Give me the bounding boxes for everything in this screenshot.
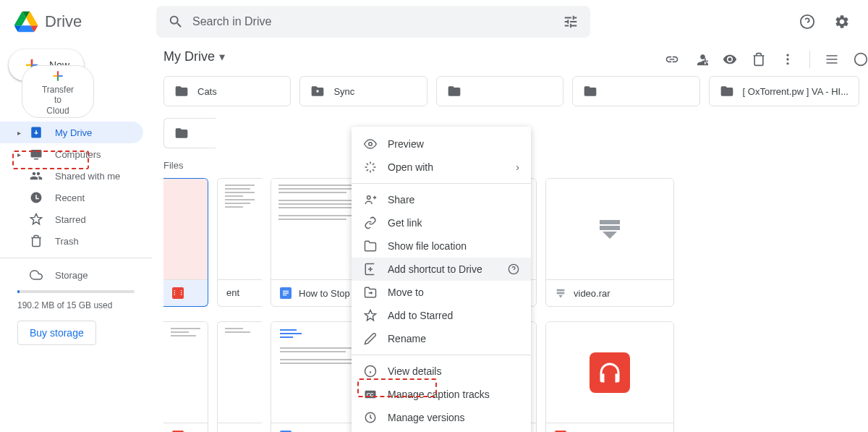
cloud-icon [29,268,43,281]
preview-icon[interactable] [717,46,743,72]
storage-label: Storage [55,270,88,281]
shared-icon [29,169,43,182]
drive-logo[interactable] [12,7,41,36]
sidebar-item-my-drive[interactable]: ▸ My Drive [0,122,143,143]
menu-manage-captions[interactable]: CCManage caption tracks [352,383,531,406]
sidebar-item-recent[interactable]: ▸ Recent [0,187,143,208]
breadcrumb-title[interactable]: My Drive [163,49,215,64]
app-name: Drive [45,12,82,31]
svg-rect-10 [557,292,565,295]
shortcut-icon [363,263,378,276]
menu-open-with[interactable]: Open with› [352,156,531,179]
menu-move-to[interactable]: Move to [352,281,531,304]
svg-point-4 [855,54,867,66]
sidebar-item-label: Computers [55,149,101,160]
folder-card[interactable]: Sync [299,76,427,106]
search-bar[interactable]: Search in Drive [156,6,590,38]
share-icon [363,193,378,206]
eye-icon [363,137,378,151]
folder-icon [174,126,189,140]
sidebar-item-label: Starred [55,214,86,225]
open-with-icon [363,161,378,174]
menu-show-location[interactable]: Show file location [352,234,531,258]
file-card[interactable]: video.rar [545,178,674,307]
list-view-icon[interactable] [819,46,845,72]
context-menu: Preview Open with› Share Get link Show f… [352,127,531,432]
search-placeholder: Search in Drive [192,15,563,28]
menu-preview[interactable]: Preview [352,132,531,156]
svg-point-17 [367,196,371,200]
file-card[interactable]: PDF [163,321,208,432]
sidebar-item-label: Shared with me [55,171,120,182]
settings-icon[interactable] [827,7,856,36]
rar-preview-icon [600,220,620,239]
expand-icon[interactable]: ▸ [17,151,26,158]
folder-card[interactable] [436,76,563,106]
history-icon [363,411,378,424]
share-icon[interactable] [688,46,714,72]
tune-icon[interactable] [563,14,579,30]
file-name: video.rar [574,288,610,299]
file-card[interactable]: ent [217,178,262,307]
file-card[interactable] [163,178,208,307]
menu-rename[interactable]: Rename [352,327,531,350]
shared-folder-icon [310,84,325,98]
menu-add-shortcut[interactable]: Add shortcut to Drive [352,258,531,281]
svg-point-2 [786,58,788,60]
starred-icon [29,213,43,226]
menu-get-link[interactable]: Get link [352,211,531,234]
computers-icon [29,148,43,161]
menu-view-details[interactable]: View details [352,360,531,383]
svg-point-16 [369,143,373,146]
menu-make-copy[interactable]: Make a copy [352,429,531,432]
trash-icon [29,234,43,247]
recent-icon [29,191,43,204]
folder-icon [363,240,378,253]
folder-card[interactable] [163,118,216,148]
svg-point-3 [786,62,788,64]
remove-icon[interactable] [746,46,772,72]
expand-icon[interactable]: ▸ [17,129,26,137]
rename-icon [363,332,378,345]
help-icon[interactable] [508,263,519,275]
svg-point-5 [317,90,319,92]
folder-name: Cats [197,86,217,97]
sidebar-item-storage[interactable]: ▸ Storage [0,264,143,286]
folder-card[interactable]: [ OxTorrent.pw ] VA - HI... [709,76,859,106]
buy-storage-button[interactable]: Buy storage [17,321,96,345]
svg-point-1 [786,54,788,56]
drive-icon [29,126,43,139]
audio-preview-icon [590,352,630,393]
info-icon[interactable] [848,46,868,72]
folder-icon [174,84,189,98]
storage-used-text: 190.2 MB of 15 GB used [0,297,152,313]
menu-add-starred[interactable]: Add to Starred [352,304,531,327]
sidebar-item-label: My Drive [55,127,92,138]
star-icon [363,309,378,322]
folder-card[interactable] [572,76,699,106]
more-icon[interactable] [775,46,801,72]
sidebar-item-starred[interactable]: ▸ Starred [0,208,143,230]
video-icon [172,287,184,299]
folder-icon [720,84,734,98]
folder-name: [ OxTorrent.pw ] VA - HI... [743,86,848,97]
sidebar-item-shared[interactable]: ▸ Shared with me [0,165,143,187]
dropdown-icon[interactable]: ▾ [219,50,225,64]
transfer-to-cloud-button[interactable]: TransfertoCloud [22,65,94,118]
search-icon [168,14,184,30]
get-link-icon[interactable] [659,46,685,72]
file-card[interactable]: oogle-d... [217,321,262,432]
help-icon[interactable] [793,7,822,36]
svg-text:CC: CC [367,392,374,397]
file-name: ent [226,287,239,298]
svg-rect-9 [557,289,565,292]
file-card[interactable]: .test2.mp3 [545,321,674,432]
menu-manage-versions[interactable]: Manage versions [352,406,531,429]
svg-rect-6 [172,287,184,299]
folder-card[interactable]: Cats [163,76,291,106]
sidebar-item-computers[interactable]: ▸ Computers [0,143,143,165]
menu-share[interactable]: Share [352,188,531,211]
cc-icon: CC [363,388,378,401]
sidebar-item-trash[interactable]: ▸ Trash [0,230,143,252]
chevron-right-icon: › [516,161,519,173]
